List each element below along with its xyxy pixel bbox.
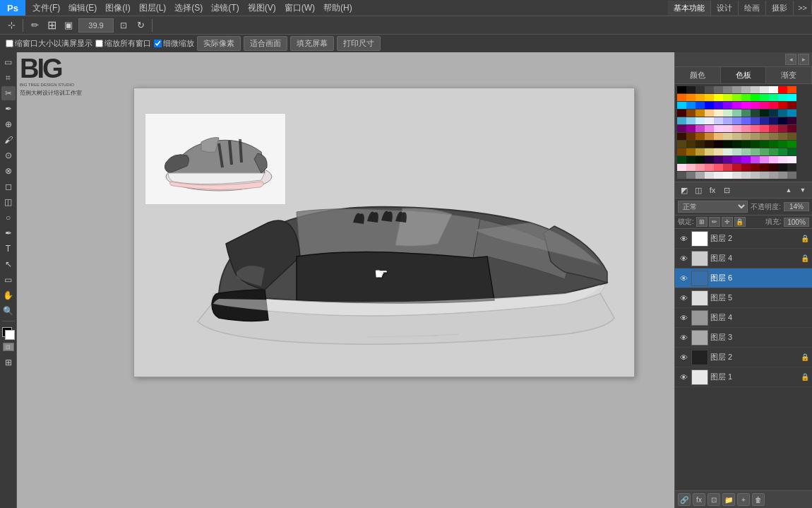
color-swatch[interactable]	[778, 125, 787, 132]
color-swatch[interactable]	[723, 141, 732, 148]
layer-item-5[interactable]: 👁 图层 5	[675, 288, 812, 308]
color-swatch[interactable]	[778, 148, 787, 155]
layer-visibility-4[interactable]: 👁	[678, 253, 689, 264]
color-swatch[interactable]	[677, 172, 686, 179]
layer-visibility-2top[interactable]: 👁	[678, 233, 689, 244]
color-swatch[interactable]	[760, 94, 769, 101]
color-swatch[interactable]	[714, 94, 723, 101]
color-swatch[interactable]	[705, 102, 714, 109]
color-swatch[interactable]	[769, 117, 778, 124]
color-swatch[interactable]	[769, 172, 778, 179]
layer-visibility-1[interactable]: 👁	[678, 372, 689, 383]
color-swatch[interactable]	[760, 141, 769, 148]
color-swatch[interactable]	[787, 148, 796, 155]
tool-healing[interactable]: ⊕	[1, 117, 16, 131]
tool-lasso[interactable]: ⌗	[1, 71, 16, 85]
color-swatch[interactable]	[714, 102, 723, 109]
layer-item-2top[interactable]: 👁 图层 2 🔒	[675, 229, 812, 249]
color-swatch[interactable]	[714, 133, 723, 140]
color-swatch[interactable]	[723, 148, 732, 155]
color-swatch[interactable]	[778, 117, 787, 124]
color-swatch[interactable]	[686, 125, 695, 132]
lock-transparent[interactable]: ⊞	[696, 217, 707, 227]
color-swatch[interactable]	[723, 133, 732, 140]
layer-new-btn[interactable]: +	[737, 493, 750, 506]
color-swatch[interactable]	[787, 110, 796, 117]
color-swatch[interactable]	[695, 102, 705, 109]
color-swatch[interactable]	[732, 117, 741, 124]
color-swatch[interactable]	[778, 133, 787, 140]
color-swatch[interactable]	[705, 141, 714, 148]
color-swatch[interactable]	[769, 102, 778, 109]
color-swatch[interactable]	[705, 172, 714, 179]
color-swatch[interactable]	[677, 86, 686, 93]
color-swatch[interactable]	[686, 164, 695, 171]
panel-icon-mask[interactable]: ⊡	[720, 184, 733, 196]
tool-crop[interactable]: ✂	[1, 86, 16, 100]
panel-expand-btn[interactable]: ▸	[798, 54, 809, 65]
color-swatch[interactable]	[787, 86, 796, 93]
layer-mask-btn[interactable]: ⊡	[707, 493, 720, 506]
tab-swatches[interactable]: 色板	[721, 67, 767, 83]
color-swatch[interactable]	[714, 172, 723, 179]
tool-gradient[interactable]: ◫	[1, 195, 16, 209]
color-swatch[interactable]	[723, 117, 732, 124]
color-swatch[interactable]	[760, 125, 769, 132]
color-swatch[interactable]	[751, 110, 760, 117]
color-swatch[interactable]	[732, 141, 741, 148]
color-swatch[interactable]	[686, 133, 695, 140]
color-swatch[interactable]	[686, 86, 695, 93]
color-swatch[interactable]	[778, 94, 787, 101]
color-swatch[interactable]	[760, 133, 769, 140]
tool-select-rect[interactable]: ▭	[1, 55, 16, 69]
color-swatch[interactable]	[677, 110, 686, 117]
color-swatch[interactable]	[732, 102, 741, 109]
color-swatch[interactable]	[732, 156, 741, 163]
color-swatch[interactable]	[751, 156, 760, 163]
color-swatch[interactable]	[778, 164, 787, 171]
color-swatch[interactable]	[686, 102, 695, 109]
color-swatch[interactable]	[686, 172, 695, 179]
color-swatch[interactable]	[760, 102, 769, 109]
color-swatch[interactable]	[695, 125, 705, 132]
color-swatch[interactable]	[778, 172, 787, 179]
layer-visibility-3[interactable]: 👁	[678, 332, 689, 343]
color-swatch[interactable]	[677, 164, 686, 171]
color-swatch[interactable]	[677, 125, 686, 132]
color-swatch[interactable]	[787, 172, 796, 179]
layer-visibility-4b[interactable]: 👁	[678, 312, 689, 324]
color-swatch[interactable]	[732, 172, 741, 179]
tool-path-select[interactable]: ↖	[1, 257, 16, 271]
toolbar-mode[interactable]: ▣	[61, 18, 76, 33]
opt-fill-screen[interactable]: 填充屏幕	[290, 36, 334, 51]
layer-item-4b[interactable]: 👁 图层 4	[675, 308, 812, 328]
workspace-tab-paint[interactable]: 绘画	[739, 1, 766, 16]
color-swatch[interactable]	[677, 148, 686, 155]
color-swatch[interactable]	[787, 125, 796, 132]
color-swatch[interactable]	[686, 94, 695, 101]
color-swatch[interactable]	[741, 94, 751, 101]
color-swatch[interactable]	[751, 141, 760, 148]
menu-select[interactable]: 选择(S)	[170, 1, 207, 16]
panel-collapse-btn[interactable]: ◂	[785, 54, 796, 65]
layer-group-btn[interactable]: 📁	[722, 493, 735, 506]
color-swatch[interactable]	[732, 125, 741, 132]
toolbar-settings[interactable]: ⊞	[44, 18, 59, 33]
color-swatch[interactable]	[760, 156, 769, 163]
color-swatch[interactable]	[778, 110, 787, 117]
color-swatch[interactable]	[686, 148, 695, 155]
layer-visibility-5[interactable]: 👁	[678, 293, 689, 304]
color-swatch[interactable]	[677, 133, 686, 140]
color-swatch[interactable]	[741, 156, 751, 163]
lock-all[interactable]: 🔒	[734, 217, 746, 227]
layer-link-btn[interactable]: 🔗	[678, 493, 691, 506]
color-swatch[interactable]	[760, 110, 769, 117]
panel-collapse-arrow[interactable]: ▲	[782, 184, 795, 196]
tool-eraser[interactable]: ◻	[1, 179, 16, 194]
color-swatch[interactable]	[705, 117, 714, 124]
color-swatch[interactable]	[695, 141, 705, 148]
tab-color[interactable]: 颜色	[675, 67, 721, 83]
tool-zoom[interactable]: 🔍	[1, 304, 16, 318]
tool-dodge[interactable]: ○	[1, 211, 16, 225]
color-swatch[interactable]	[778, 156, 787, 163]
